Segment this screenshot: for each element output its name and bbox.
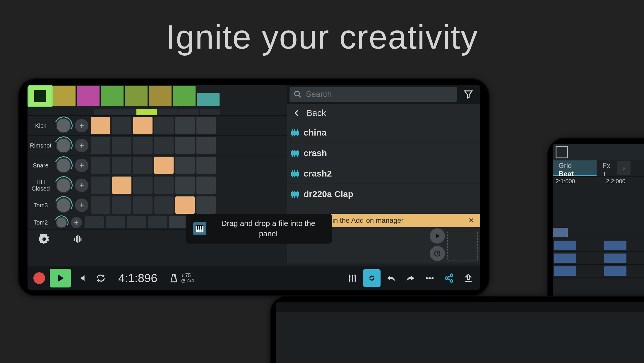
volume-knob[interactable]	[56, 197, 71, 213]
step-cell[interactable]	[133, 137, 153, 154]
step-cell[interactable]	[154, 177, 174, 194]
clip[interactable]	[554, 241, 576, 250]
step-cell[interactable]	[154, 157, 174, 174]
volume-knob[interactable]	[56, 177, 71, 193]
add-button[interactable]: +	[75, 139, 88, 152]
drop-target[interactable]	[447, 231, 478, 261]
color-swatch[interactable]	[149, 86, 172, 106]
step-cell[interactable]	[133, 117, 153, 134]
undo-button[interactable]	[382, 269, 400, 287]
add-button[interactable]: +	[75, 119, 88, 132]
step-cell[interactable]	[91, 196, 110, 214]
step-cell[interactable]	[91, 137, 110, 154]
clip-lane[interactable]	[553, 200, 644, 213]
sample-item[interactable]: ı|ı|ıı|ı crash	[287, 143, 480, 163]
step-cell[interactable]	[196, 157, 216, 174]
volume-knob[interactable]	[56, 118, 71, 133]
clip-lane[interactable]	[553, 226, 644, 239]
clip-lane[interactable]	[553, 213, 644, 226]
sample-item[interactable]: ı|ı|ıı|ı crash2	[287, 163, 480, 184]
step-cell[interactable]	[154, 196, 174, 214]
track-label[interactable]: Tom2	[28, 215, 54, 230]
export-button[interactable]	[460, 269, 477, 287]
track-label[interactable]: HH Closed	[28, 175, 54, 195]
step-cell[interactable]	[133, 177, 153, 194]
step-cell[interactable]	[91, 117, 110, 134]
time-ruler[interactable]: 2:1:000 2:2:000 2:3:0	[553, 176, 644, 187]
track-label[interactable]: Snare	[28, 155, 54, 175]
step-cell[interactable]	[154, 137, 174, 154]
track-label[interactable]: Rimshot	[28, 136, 54, 155]
preview-play-button[interactable]	[430, 228, 445, 244]
step-cell[interactable]	[133, 196, 153, 214]
step-cell[interactable]	[196, 177, 216, 194]
step-cell[interactable]	[112, 117, 131, 134]
color-swatch[interactable]	[53, 86, 76, 106]
step-cell[interactable]	[175, 117, 195, 134]
color-swatch[interactable]	[101, 86, 124, 106]
step-cell[interactable]	[175, 177, 195, 194]
step-cell[interactable]	[196, 117, 216, 134]
mixer-button[interactable]	[344, 269, 361, 287]
stretch-button[interactable]	[421, 269, 439, 287]
filter-button[interactable]	[457, 89, 480, 99]
clip-lane[interactable]	[553, 252, 644, 265]
waveform-button[interactable]	[61, 230, 94, 248]
step-cell[interactable]	[106, 216, 125, 228]
step-cell[interactable]	[154, 117, 174, 134]
track-label[interactable]: Tom3	[28, 195, 54, 215]
play-button[interactable]	[50, 269, 71, 287]
volume-knob[interactable]	[56, 157, 71, 173]
step-cell[interactable]	[196, 196, 216, 214]
clip-lane[interactable]	[553, 265, 644, 278]
color-swatch[interactable]	[197, 93, 220, 106]
step-cell[interactable]	[112, 157, 131, 174]
timecode-display[interactable]: 4:1:896	[111, 272, 164, 285]
add-button[interactable]: +	[75, 179, 88, 192]
step-cell[interactable]	[148, 216, 167, 228]
sample-item[interactable]: ı|ı|ıı|ı china	[287, 122, 480, 143]
add-button[interactable]: +	[71, 217, 82, 228]
search-box[interactable]	[290, 87, 457, 102]
preview-history-button[interactable]	[430, 246, 445, 261]
color-swatch[interactable]	[173, 86, 196, 106]
step-cell[interactable]	[91, 157, 110, 174]
step-cell[interactable]	[175, 196, 195, 214]
step-cell[interactable]	[112, 196, 131, 214]
clip[interactable]	[604, 266, 626, 276]
clip[interactable]	[554, 254, 576, 263]
volume-knob[interactable]	[56, 217, 67, 228]
clip[interactable]	[553, 228, 568, 237]
clip-lane[interactable]	[553, 187, 644, 200]
step-cell[interactable]	[112, 137, 131, 154]
search-input[interactable]	[306, 90, 453, 99]
close-icon[interactable]: ✕	[466, 216, 477, 225]
back-button[interactable]: Back	[287, 104, 480, 122]
step-cell[interactable]	[112, 177, 131, 194]
rewind-button[interactable]	[73, 269, 90, 287]
tab-fx[interactable]: Fx +	[597, 160, 616, 176]
clip[interactable]	[604, 254, 626, 263]
step-cell[interactable]	[175, 157, 195, 174]
settings-button[interactable]	[28, 230, 61, 248]
step-cell[interactable]	[91, 177, 110, 194]
track-label[interactable]: Kick	[28, 116, 54, 135]
add-button[interactable]: +	[75, 198, 88, 212]
step-cell[interactable]	[175, 137, 195, 154]
view-selector-icon[interactable]	[556, 146, 568, 158]
sync-button[interactable]	[363, 269, 381, 287]
step-cell[interactable]	[85, 216, 104, 228]
color-swatch[interactable]	[125, 86, 148, 106]
step-cell[interactable]	[127, 216, 146, 228]
color-swatch[interactable]	[29, 86, 52, 106]
volume-knob[interactable]	[56, 138, 71, 153]
clip-lane[interactable]	[553, 239, 644, 252]
step-cell[interactable]	[133, 157, 153, 174]
sample-item[interactable]: ı|ı|ıı|ı dr220a Clap	[287, 184, 480, 204]
note-tool-button[interactable]: ♪	[617, 161, 631, 175]
add-button[interactable]: +	[75, 159, 88, 172]
clip[interactable]	[554, 266, 576, 276]
tab-grid[interactable]: Grid Beat	[553, 160, 597, 176]
color-swatch[interactable]	[77, 86, 100, 106]
redo-button[interactable]	[402, 269, 419, 287]
